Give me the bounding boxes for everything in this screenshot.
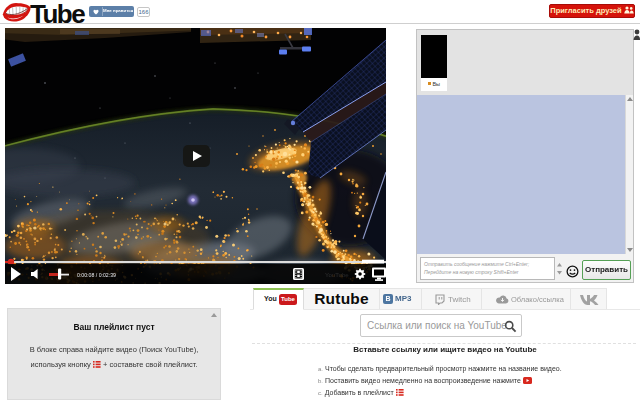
- svg-text:YouTube: YouTube: [325, 272, 349, 278]
- svg-text:0:00:08 / 0:02:39: 0:00:08 / 0:02:39: [77, 272, 116, 278]
